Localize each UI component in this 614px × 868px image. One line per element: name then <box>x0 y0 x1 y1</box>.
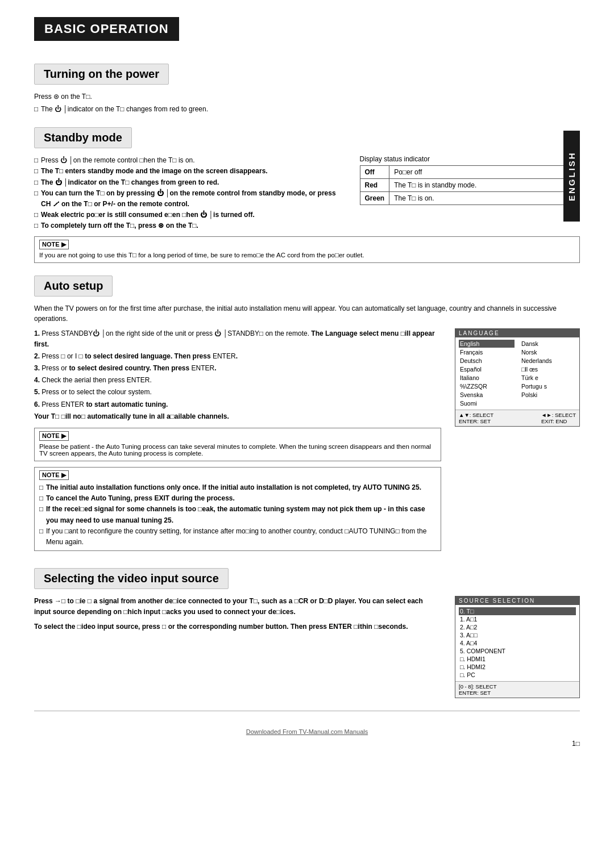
list-item: 3. Press or to select desired country. T… <box>34 363 441 374</box>
basic-operation-section: BASIC OPERATION <box>34 17 580 51</box>
auto-setup-note2-label: NOTE ▶ <box>39 470 69 480</box>
note2-bullet-2: If the recei□ed signal for some channels… <box>39 504 436 525</box>
language-box-title: LANGUAGE <box>455 329 579 337</box>
lang-espanol: Español <box>459 365 515 373</box>
standby-bullet-0: Press ⏻ │on the remote control □hen the … <box>34 155 343 166</box>
lang-francais: Français <box>459 348 515 356</box>
list-item: 5. Press or to select the colour system. <box>34 387 441 398</box>
table-row: Green The T□ is on. <box>360 192 580 205</box>
standby-note-label: NOTE ▶ <box>39 240 69 249</box>
list-item: 1. Press STANDBY⏻ │on the right side of … <box>34 328 441 350</box>
source-list: 0. T□ 1. A□1 2. A□2 3. A□□ 4. A□4 5. COM… <box>455 605 579 681</box>
standby-bullet-2: The ⏻ │indicator on the T□ changes from … <box>34 177 343 188</box>
standby-layout: Press ⏻ │on the remote control □hen the … <box>34 155 580 231</box>
status-off-label: Off <box>360 166 389 179</box>
language-box: LANGUAGE English Dansk Français Norsk De… <box>455 328 580 427</box>
status-table: Off Po□er off Red The T□ is in standby m… <box>360 165 580 205</box>
lang-deutsch: Deutsch <box>459 357 515 365</box>
standby-bullet-3: You can turn the T□ on by pressing ⏻ │on… <box>34 188 343 210</box>
auto-setup-section: Auto setup When the TV powers on for the… <box>34 276 580 556</box>
auto-setup-header: Auto setup <box>34 276 113 297</box>
standby-note: NOTE ▶ If you are not going to use this … <box>34 236 580 263</box>
sidebar-english-label: ENGLISH <box>563 131 580 222</box>
list-item: 6. Press ENTER to start automatic tuning… <box>34 399 441 410</box>
auto-setup-left: 1. Press STANDBY⏻ │on the right side of … <box>34 328 441 556</box>
auto-setup-right: LANGUAGE English Dansk Français Norsk De… <box>455 328 580 556</box>
auto-setup-steps: 1. Press STANDBY⏻ │on the right side of … <box>34 328 441 423</box>
page-number: 1□ <box>34 740 580 748</box>
power-bullet1: The ⏻ │indicator on the T□ changes from … <box>34 104 580 115</box>
lang-svenska: Svenska <box>459 391 515 399</box>
auto-setup-note2: NOTE ▶ The initial auto installation fun… <box>34 467 441 551</box>
lang-dansk: Dansk <box>520 340 576 348</box>
lang-empty <box>520 399 576 407</box>
standby-mode-header: Standby mode <box>34 127 132 148</box>
auto-setup-note1-text: Please be patient - the Auto Tuning proc… <box>39 443 436 457</box>
selecting-video-para1: Press →□ to □ie □ a signal from another … <box>34 596 441 617</box>
language-footer: ▲▼: SELECTENTER: SET ◄►: SELECTEXIT: END <box>455 410 579 426</box>
standby-right: Display status indicator Off Po□er off R… <box>360 155 580 231</box>
lang-portugues: Portugu s <box>520 382 576 390</box>
selecting-video-layout: Press →□ to □ie □ a signal from another … <box>34 596 580 698</box>
status-off-desc: Po□er off <box>389 166 580 179</box>
page-content: ENGLISH BASIC OPERATION Turning on the p… <box>34 17 580 748</box>
source-box-title: SOURCE SELECTION <box>455 596 579 605</box>
source-item-pc: □. PC <box>459 671 576 679</box>
language-grid: English Dansk Français Norsk Deutsch Ned… <box>455 337 579 410</box>
footer-link[interactable]: Downloaded From TV-Manual.com Manuals <box>34 728 580 735</box>
standby-mode-section: Standby mode Press ⏻ │on the remote cont… <box>34 127 580 262</box>
lang-footer-right: ◄►: SELECTEXIT: END <box>541 412 576 424</box>
source-footer: [0 - 8]: SELECTENTER: SET <box>455 681 579 698</box>
auto-setup-intro: When the TV powers on for the first time… <box>34 303 580 324</box>
lang-nederlands: Nederlands <box>520 357 576 365</box>
note2-bullet-0: The initial auto installation functions … <box>39 482 436 493</box>
lang-italiano: Italiano <box>459 374 515 382</box>
source-item-av2: 2. A□2 <box>459 623 576 631</box>
standby-bullet-1: The T□ enters standby mode and the image… <box>34 166 343 177</box>
table-row: Red The T□ is in standby mode. <box>360 179 580 192</box>
turning-on-power-header: Turning on the power <box>34 64 169 85</box>
source-item-av1: 1. A□1 <box>459 615 576 623</box>
status-green-label: Green <box>360 192 389 205</box>
standby-bullet-5: To completely turn off the T□, press ⊛ o… <box>34 220 343 231</box>
auto-setup-layout: 1. Press STANDBY⏻ │on the right side of … <box>34 328 580 556</box>
source-item-tv: 0. T□ <box>459 607 576 615</box>
status-red-desc: The T□ is in standby mode. <box>389 179 580 192</box>
status-green-desc: The T□ is on. <box>389 192 580 205</box>
selecting-video-para2: To select the □ideo input source, press … <box>34 621 441 632</box>
lang-footer-left: ▲▼: SELECTENTER: SET <box>459 412 493 424</box>
note2-bullet-1: To cancel the Auto Tuning, press EXIT du… <box>39 493 436 504</box>
lang-english: English <box>459 340 515 348</box>
selecting-video-header: Selecting the video input source <box>34 568 229 589</box>
selecting-video-section: Selecting the video input source Press →… <box>34 568 580 698</box>
turning-on-power-section: Turning on the power Press ⊛ on the T□. … <box>34 64 580 115</box>
source-item-component: 5. COMPONENT <box>459 647 576 655</box>
lang-zzsqr: %\ZZSQR <box>459 382 515 390</box>
source-item-av3: 3. A□□ <box>459 631 576 639</box>
footer-divider <box>34 711 580 711</box>
selecting-video-left: Press →□ to □ie □ a signal from another … <box>34 596 441 698</box>
source-selection-box: SOURCE SELECTION 0. T□ 1. A□1 2. A□2 3. … <box>455 596 580 698</box>
note2-bullet-3: If you □ant to reconfigure the country s… <box>39 526 436 548</box>
basic-operation-header: BASIC OPERATION <box>34 17 179 41</box>
lang-turkce: Türk e <box>520 374 576 382</box>
status-red-label: Red <box>360 179 389 192</box>
standby-left: Press ⏻ │on the remote control □hen the … <box>34 155 343 231</box>
lang-ellinas: □ll œs <box>520 365 576 373</box>
source-item-hdmi2: □. HDMI2 <box>459 663 576 671</box>
lang-suomi: Suomi <box>459 399 515 407</box>
table-row: Off Po□er off <box>360 166 580 179</box>
display-status-title: Display status indicator <box>360 155 580 163</box>
standby-note-text: If you are not going to use this T□ for … <box>39 252 575 258</box>
auto-setup-note1-label: NOTE ▶ <box>39 431 69 441</box>
list-item: Your T□ □ill no□ automatically tune in a… <box>34 411 441 422</box>
lang-polski: Polski <box>520 391 576 399</box>
standby-bullet-4: Weak electric po□er is still consumed e□… <box>34 210 343 220</box>
auto-setup-note1: NOTE ▶ Please be patient - the Auto Tuni… <box>34 428 441 461</box>
list-item: 2. Press □ or I □ to select desired lang… <box>34 351 441 362</box>
list-item: 4. Check the aerial then press ENTER. <box>34 375 441 386</box>
source-item-av4: 4. A□4 <box>459 639 576 647</box>
press-line: Press ⊛ on the T□. <box>34 91 580 102</box>
source-item-hdmi1: □. HDMI1 <box>459 655 576 663</box>
lang-norsk: Norsk <box>520 348 576 356</box>
